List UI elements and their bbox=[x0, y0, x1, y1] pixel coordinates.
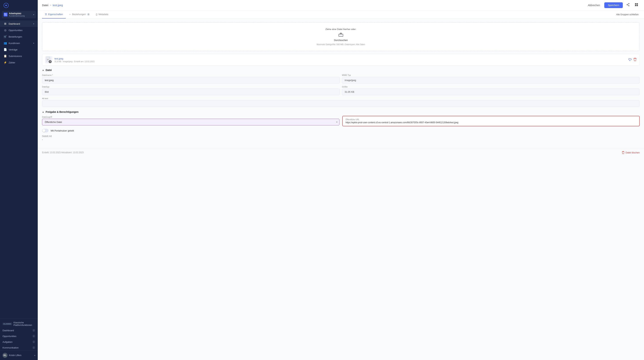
tab-beziehungen[interactable]: ↔ Beziehungen 0 bbox=[66, 10, 93, 18]
dateityp-field: Dateityp Bild bbox=[42, 86, 340, 95]
browse-button[interactable]: Durchsuchen bbox=[48, 39, 634, 42]
workspace-subtitle: Kundenbetreuung bbox=[9, 15, 24, 17]
alt-text-label: Alt text bbox=[42, 97, 640, 100]
topbar-actions: Abbrechen Speichern bbox=[586, 2, 640, 8]
upload-meta: Maximale Dateigröße: 500 MB | Datentypen… bbox=[48, 43, 634, 46]
workspace-text: Arbeitsplatz Kundenbetreuung bbox=[9, 12, 24, 17]
oeffentliche-url-label: Öffentliche URL bbox=[346, 118, 636, 120]
sidebar-item-label: Bestellungen bbox=[8, 36, 34, 38]
tab-label: Eigenschaften bbox=[48, 13, 63, 16]
classic-item-label: Dashboard bbox=[2, 329, 14, 332]
sidebar-item-bestellungen[interactable]: 🛒 Bestellungen bbox=[0, 34, 38, 40]
classic-title: Klassische Plattformfunktionen bbox=[14, 322, 35, 326]
user-menu[interactable]: KL Kristin Liffers ▾ bbox=[0, 350, 38, 360]
svg-rect-16 bbox=[340, 34, 342, 34]
upload-file-button[interactable] bbox=[628, 58, 632, 62]
main-content: Datei > test.jpeg Abbrechen Speichern bbox=[38, 0, 644, 360]
svg-rect-12 bbox=[637, 3, 638, 4]
workspace-title: Arbeitsplatz bbox=[9, 12, 24, 15]
classic-item-dashboard[interactable]: Dashboard i bbox=[0, 328, 38, 333]
datei-section-title: Datei bbox=[46, 68, 52, 72]
sidebar-item-label: Zähler bbox=[8, 61, 34, 64]
oeffentliche-url-value: https://epilot-prod-user-content.s3.eu-c… bbox=[346, 121, 636, 124]
dashboard-chevron-icon: ▾ bbox=[33, 23, 34, 25]
alt-text-field: Alt text bbox=[42, 97, 640, 107]
dateizugriff-input[interactable] bbox=[42, 119, 340, 126]
sidebar-item-label: KundInnen bbox=[8, 42, 32, 44]
upload-area[interactable]: Ziehe eine Datei hierher oder: Durchsuch… bbox=[42, 22, 640, 51]
save-button[interactable]: Speichern bbox=[604, 2, 623, 8]
svg-point-7 bbox=[627, 4, 628, 5]
sidebar-item-vertraege[interactable]: 📄 Verträge bbox=[0, 46, 38, 53]
classic-item-kommunikation[interactable]: Kommunikation i bbox=[0, 345, 38, 350]
dateityp-label: Dateityp bbox=[42, 86, 340, 88]
erstellt-value: 13.02.2023 bbox=[50, 151, 60, 154]
share-icon bbox=[626, 3, 630, 6]
grid-icon bbox=[635, 3, 638, 6]
content-body: Ziehe eine Datei hierher oder: Durchsuch… bbox=[38, 19, 644, 148]
svg-rect-4 bbox=[4, 15, 6, 16]
beziehungen-badge: 0 bbox=[87, 13, 90, 16]
svg-point-1 bbox=[6, 5, 7, 6]
tab-label: Metadata bbox=[98, 13, 108, 16]
grid-view-button[interactable] bbox=[633, 2, 640, 8]
sidebar-item-label: Submissions bbox=[8, 55, 34, 58]
sidebar-item-dashboard[interactable]: ⊞ Dashboard ▾ bbox=[0, 20, 38, 27]
freigabe-section-header[interactable]: ▲ Freigabe & Berechtigungen bbox=[42, 110, 640, 113]
cancel-button[interactable]: Abbrechen bbox=[586, 3, 602, 8]
dateizugriff-clear-button[interactable]: × bbox=[336, 120, 338, 124]
upload-icon bbox=[48, 33, 634, 38]
dateizugriff-container: Dateizugriff × bbox=[42, 116, 340, 126]
sidebar-nav: ⊞ Dashboard ▾ ◎ Opportunities 🛒 Bestellu… bbox=[0, 20, 38, 318]
datei-chevron-icon: ▲ bbox=[42, 69, 44, 71]
sidebar-item-label: Verträge bbox=[8, 48, 34, 51]
sidebar-item-submissions[interactable]: 📋 Submissions bbox=[0, 53, 38, 59]
breadcrumb-parent: Datei bbox=[42, 4, 48, 7]
breadcrumb-separator: > bbox=[50, 4, 51, 7]
classic-item-aufgaben[interactable]: Aufgaben i bbox=[0, 339, 38, 345]
tab-eigenschaften[interactable]: ☰ Eigenschaften bbox=[42, 10, 66, 18]
classic-item-label: Aufgaben bbox=[2, 340, 12, 343]
svg-rect-18 bbox=[47, 59, 49, 60]
oeffentliche-url-container: Öffentliche URL https://epilot-prod-user… bbox=[342, 116, 640, 126]
workspace-selector[interactable]: Arbeitsplatz Kundenbetreuung ▾ bbox=[2, 11, 36, 18]
sidebar-item-kundinnen[interactable]: 👥 KundInnen ▾ bbox=[0, 40, 38, 46]
delete-file-button[interactable] bbox=[634, 58, 637, 62]
share-button[interactable] bbox=[625, 2, 631, 8]
sidebar-item-zaehler[interactable]: ⚡ Zähler bbox=[0, 59, 38, 66]
page-footer: Erstellt: 13.02.2023 Aktualisiert: 13.02… bbox=[38, 148, 644, 157]
breadcrumb-current: test.jpeg bbox=[53, 4, 63, 7]
dateizugriff-label: Dateizugriff bbox=[42, 116, 340, 118]
avatar: KL bbox=[2, 353, 8, 358]
tab-metadata[interactable]: {} Metadata bbox=[93, 10, 111, 18]
classic-badge: CLASSIC bbox=[2, 323, 12, 325]
dateityp-value: Bild bbox=[42, 88, 340, 95]
classic-item-label: Opportunities bbox=[2, 335, 16, 338]
sidebar-item-opportunities[interactable]: ◎ Opportunities bbox=[0, 27, 38, 34]
svg-line-10 bbox=[628, 5, 628, 6]
geteilt-mit-label: Geteilt mit bbox=[42, 135, 640, 138]
portal-toggle[interactable] bbox=[42, 129, 48, 132]
sidebar-logo bbox=[0, 0, 38, 11]
dateiname-input[interactable] bbox=[42, 77, 340, 84]
svg-rect-19 bbox=[47, 60, 48, 60]
file-thumbnail bbox=[45, 56, 52, 64]
info-icon: i bbox=[32, 335, 35, 338]
info-icon: i bbox=[32, 346, 35, 349]
svg-rect-5 bbox=[6, 15, 7, 16]
alt-text-input[interactable] bbox=[42, 100, 640, 107]
file-info: test.jpeg 31.8 kB · image/jpeg · Erstell… bbox=[54, 57, 94, 62]
delete-button[interactable]: Datei löschen bbox=[622, 151, 640, 154]
eigenschaften-icon: ☰ bbox=[45, 13, 47, 16]
metadata-icon: {} bbox=[96, 13, 98, 16]
datei-section-header[interactable]: ▲ Datei bbox=[42, 68, 640, 72]
file-item-left: test.jpeg 31.8 kB · image/jpeg · Erstell… bbox=[45, 56, 94, 64]
app-logo-icon bbox=[4, 3, 8, 8]
collapse-all-button[interactable]: Alle Gruppen schließen bbox=[615, 12, 640, 17]
user-chevron-icon: ▾ bbox=[34, 354, 35, 356]
dateizugriff-wrapper: × bbox=[42, 119, 340, 126]
content-area: Ziehe eine Datei hierher oder: Durchsuch… bbox=[38, 19, 644, 360]
classic-item-opportunities[interactable]: Opportunities i bbox=[0, 333, 38, 339]
mime-label: MIME Typ bbox=[342, 74, 640, 76]
svg-rect-2 bbox=[4, 14, 6, 14]
